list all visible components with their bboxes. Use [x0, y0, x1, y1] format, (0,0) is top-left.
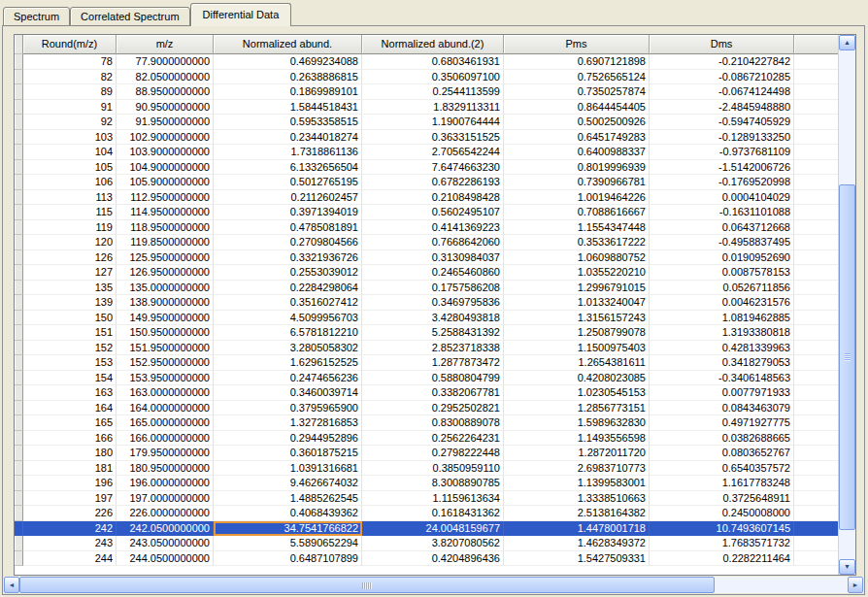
cell[interactable]: 89 — [23, 84, 117, 100]
cell[interactable]: 0.5012765195 — [214, 175, 362, 190]
cell[interactable]: 0.2474656236 — [214, 371, 362, 386]
cell[interactable]: 113 — [23, 190, 117, 206]
cell[interactable]: 0.6451749283 — [504, 130, 650, 146]
table-row[interactable]: 153152.95000000001.62961525251.287787347… — [15, 355, 838, 371]
cell[interactable]: 135.0000000000 — [117, 281, 214, 296]
table-row[interactable]: 9190.95000000001.58445184311.83291133110… — [15, 100, 838, 116]
cell[interactable]: 0.5002500926 — [504, 115, 650, 130]
cell[interactable]: 1.0230545153 — [504, 385, 650, 401]
cell[interactable]: 0.0526711856 — [650, 281, 794, 296]
cell[interactable]: 244.0500000000 — [117, 551, 214, 567]
cell[interactable]: -0.4958837495 — [650, 235, 794, 250]
cell[interactable]: 151 — [23, 325, 117, 341]
table-row[interactable]: 151150.95000000006.57818122105.258843139… — [15, 325, 838, 341]
cell[interactable]: 126 — [23, 250, 117, 266]
cell[interactable]: 180.9500000000 — [117, 461, 214, 477]
scroll-up-button[interactable]: ▲ — [839, 35, 855, 50]
scroll-left-button[interactable]: ◄ — [4, 577, 19, 593]
cell[interactable]: 4.5099956703 — [214, 311, 362, 326]
table-row[interactable]: 197197.00000000001.48852625451.115961363… — [15, 491, 838, 507]
cell[interactable]: 0.3516027412 — [214, 295, 362, 311]
cell[interactable]: 0.1869989101 — [214, 84, 362, 100]
cell[interactable]: 163.0000000000 — [117, 385, 214, 401]
cell[interactable]: 242.0500000000 — [117, 521, 214, 537]
table-row[interactable]: 226226.00000000000.40684393620.161843136… — [15, 506, 838, 521]
cell[interactable]: 1.2996791015 — [504, 281, 650, 296]
cell[interactable]: 1.2856773151 — [504, 401, 650, 416]
cell[interactable]: 139 — [23, 295, 117, 311]
cell[interactable]: 0.6907121898 — [504, 54, 650, 70]
cell[interactable]: 114.9500000000 — [117, 205, 214, 220]
cell[interactable]: 0.2798222448 — [362, 446, 504, 461]
cell[interactable]: 0.2282211464 — [650, 551, 794, 567]
cell[interactable]: 6.1332656504 — [214, 160, 362, 176]
cell[interactable]: 3.8207080562 — [362, 536, 504, 551]
cell[interactable]: 0.4208023085 — [504, 371, 650, 386]
table-row[interactable]: 104103.90000000001.73188611362.705654224… — [15, 145, 838, 160]
scroll-right-button[interactable]: ► — [848, 577, 863, 593]
cell[interactable]: 0.2709804566 — [214, 235, 362, 250]
cell[interactable]: 91.9500000000 — [117, 115, 214, 130]
cell[interactable]: 0.3418279053 — [650, 355, 794, 371]
cell[interactable]: 0.1757586208 — [362, 281, 504, 296]
cell[interactable]: 1.2508799078 — [504, 325, 650, 341]
cell[interactable]: 0.3971394019 — [214, 205, 362, 220]
cell[interactable]: 34.7541766822 — [214, 521, 362, 537]
cell[interactable]: 0.2562264231 — [362, 431, 504, 447]
cell[interactable]: 104 — [23, 145, 117, 160]
cell[interactable]: 90.9500000000 — [117, 100, 214, 116]
cell[interactable]: 153 — [23, 355, 117, 371]
table-row[interactable]: 150149.95000000004.50999567033.428049381… — [15, 311, 838, 326]
table-row[interactable]: 127126.95000000000.25530390120.246546086… — [15, 265, 838, 281]
cell[interactable]: 1.0019464226 — [504, 190, 650, 206]
table-row[interactable]: 135135.00000000000.22842980640.175758620… — [15, 281, 838, 296]
cell[interactable]: 127 — [23, 265, 117, 281]
cell[interactable]: 1.4885262545 — [214, 491, 362, 507]
cell[interactable]: 0.8300889078 — [362, 415, 504, 431]
cell[interactable]: 1.2877873472 — [362, 355, 504, 371]
cell[interactable]: 0.0077971933 — [650, 385, 794, 401]
cell[interactable]: 105.9000000000 — [117, 175, 214, 190]
cell[interactable]: 0.6540357572 — [650, 461, 794, 477]
cell[interactable]: -0.2104227842 — [650, 54, 794, 70]
cell[interactable]: 2.5138164382 — [504, 506, 650, 521]
cell[interactable]: 2.6983710773 — [504, 461, 650, 477]
cell[interactable]: 0.3633151525 — [362, 130, 504, 146]
cell[interactable]: 0.5602495107 — [362, 205, 504, 220]
table-row[interactable]: 242242.050000000034.754176682224.0048159… — [15, 521, 838, 537]
cell[interactable]: 153.9500000000 — [117, 371, 214, 386]
cell[interactable]: 243 — [23, 536, 117, 551]
cell[interactable]: 10.7493607145 — [650, 521, 794, 537]
cell[interactable]: -0.1631101088 — [650, 205, 794, 220]
cell[interactable]: 1.1159613634 — [362, 491, 504, 507]
cell[interactable]: 119 — [23, 220, 117, 236]
cell[interactable]: 197.0000000000 — [117, 491, 214, 507]
cell[interactable]: 150.9500000000 — [117, 325, 214, 341]
cell[interactable]: 1.1617783248 — [650, 476, 794, 491]
cell[interactable]: 0.4068439362 — [214, 506, 362, 521]
cell[interactable]: 2.7056542244 — [362, 145, 504, 160]
cell[interactable]: 1.3156157243 — [504, 311, 650, 326]
table-row[interactable]: 105104.90000000006.13326565047.647466323… — [15, 160, 838, 176]
tab-spectrum[interactable]: Spectrum — [3, 7, 70, 26]
cell[interactable]: 196 — [23, 476, 117, 491]
cell[interactable]: 0.4971927775 — [650, 415, 794, 431]
cell[interactable]: 0.2108498428 — [362, 190, 504, 206]
cell[interactable]: 152 — [23, 341, 117, 356]
table-row[interactable]: 8988.95000000000.18699891010.25441135990… — [15, 84, 838, 100]
cell[interactable]: -0.9737681109 — [650, 145, 794, 160]
table-row[interactable]: 244244.05000000000.64871078990.420489643… — [15, 551, 838, 567]
cell[interactable]: 0.3506097100 — [362, 70, 504, 85]
cell[interactable]: 0.2952502821 — [362, 401, 504, 416]
table-row[interactable]: 8282.05000000000.26388868150.35060971000… — [15, 70, 838, 85]
cell[interactable]: 120 — [23, 235, 117, 250]
table-row[interactable]: 243243.05000000005.58906522943.820708056… — [15, 536, 838, 551]
cell[interactable]: 0.5880804799 — [362, 371, 504, 386]
cell[interactable]: 0.0087578153 — [650, 265, 794, 281]
cell[interactable]: 119.8500000000 — [117, 235, 214, 250]
cell[interactable]: 164 — [23, 401, 117, 416]
cell[interactable]: 0.2284298064 — [214, 281, 362, 296]
cell[interactable]: 0.0843463079 — [650, 401, 794, 416]
cell[interactable]: 0.4141369223 — [362, 220, 504, 236]
cell[interactable]: 0.6782286193 — [362, 175, 504, 190]
